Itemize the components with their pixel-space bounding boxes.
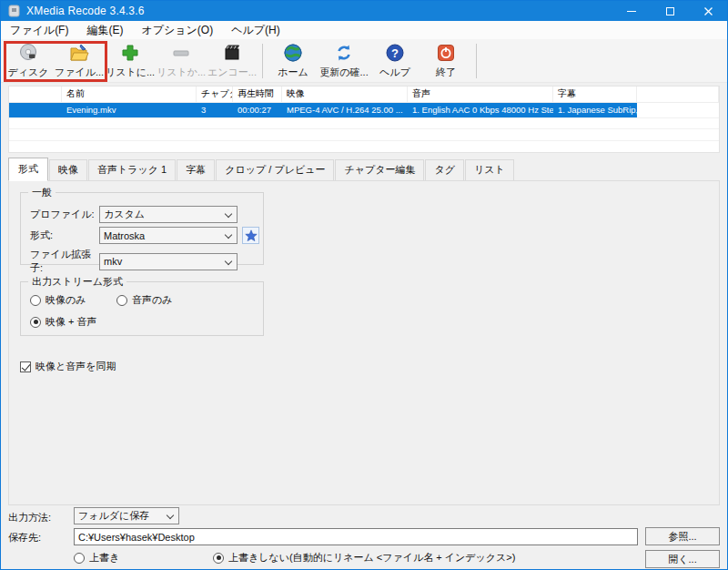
format-value: Matroska (104, 230, 145, 241)
toolbar-add-to-list-button[interactable]: リストに... (105, 41, 156, 81)
toolbar-remove-from-list-button[interactable]: リストか... (156, 41, 207, 81)
tab-subtitle[interactable]: 字幕 (177, 159, 215, 180)
title-bar: XMedia Recode 3.4.3.6 (1, 1, 727, 21)
file-list: 名前 チャプター 再生時間 映像 音声 字幕 Evening.mkv 3 00:… (8, 86, 720, 153)
profile-select[interactable]: カスタム (99, 206, 238, 223)
output-method-select[interactable]: フォルダに保存 (74, 507, 179, 524)
app-window: XMedia Recode 3.4.3.6 ファイル(F) 編集(E) オプショ… (0, 0, 728, 570)
toolbar-separator (476, 44, 477, 78)
radio-no-overwrite[interactable]: 上書きしない(自動的にリネーム <ファイル名 + インデックス>) (213, 551, 515, 565)
menu-file[interactable]: ファイル(F) (1, 21, 77, 39)
menu-options[interactable]: オプション(O) (132, 21, 222, 39)
toolbar-exit-button[interactable]: 終了 (420, 41, 471, 81)
extension-value: mkv (104, 256, 122, 267)
toolbar-home-button[interactable]: ホーム (268, 41, 318, 81)
radio-audio-only[interactable]: 音声のみ (116, 293, 173, 307)
sync-av-checkbox[interactable]: 映像と音声を同期 (20, 360, 116, 373)
toolbar-help-button[interactable]: ? ヘルプ (369, 41, 420, 81)
column-header-name[interactable]: 名前 (62, 87, 197, 102)
menu-help[interactable]: ヘルプ(H) (222, 21, 289, 39)
column-header-chapters[interactable]: チャプター (197, 87, 233, 102)
toolbar-button-label: ホーム (278, 66, 308, 79)
tab-format[interactable]: 形式 (8, 158, 48, 181)
tab-crop-preview[interactable]: クロップ / プレビュー (216, 159, 334, 180)
window-title: XMedia Recode 3.4.3.6 (26, 5, 145, 17)
column-header-select[interactable] (9, 87, 62, 102)
file-list-header: 名前 チャプター 再生時間 映像 音声 字幕 (9, 87, 719, 103)
favorite-button[interactable] (242, 227, 259, 244)
destination-input[interactable]: C:¥Users¥hasek¥Desktop (74, 528, 638, 545)
tab-video[interactable]: 映像 (49, 159, 87, 180)
help-icon: ? (385, 42, 405, 64)
column-header-audio[interactable]: 音声 (408, 87, 553, 102)
row-name-cell: Evening.mkv (62, 103, 197, 117)
checkmark-icon (20, 361, 31, 372)
svg-text:?: ? (391, 46, 399, 59)
close-button[interactable] (689, 1, 727, 21)
menu-edit[interactable]: 編集(E) (77, 21, 132, 39)
empty-row (9, 117, 719, 129)
empty-row (9, 140, 719, 152)
destination-label: 保存先: (8, 531, 41, 545)
format-select[interactable]: Matroska (99, 227, 238, 244)
radio-overwrite-label: 上書き (89, 551, 119, 565)
row-chapters-cell: 3 (197, 103, 233, 117)
output-method-label: 出力方法: (8, 511, 51, 524)
menu-bar: ファイル(F) 編集(E) オプション(O) ヘルプ(H) (1, 21, 727, 39)
toolbar-button-label: リストに... (106, 66, 155, 79)
tab-audio-track-1[interactable]: 音声トラック 1 (88, 159, 176, 180)
add-plus-icon (120, 42, 140, 64)
close-icon (703, 6, 713, 16)
toolbar-disc-button[interactable]: ディスク (3, 41, 54, 81)
table-row[interactable]: Evening.mkv 3 00:00:27 MPEG-4 AVC / H.26… (9, 103, 719, 117)
radio-video-audio[interactable]: 映像 + 音声 (30, 315, 97, 329)
column-header-filler (637, 87, 719, 102)
open-folder-icon (68, 42, 90, 64)
toolbar-update-check-button[interactable]: 更新の確... (318, 41, 369, 81)
browse-button-label: 参照... (668, 530, 696, 544)
radio-checked-icon (30, 317, 41, 328)
output-stream-group-title: 出力ストリーム形式 (28, 275, 126, 289)
column-header-video[interactable]: 映像 (282, 87, 408, 102)
profile-label: プロファイル: (30, 208, 99, 221)
toolbar-file-button[interactable]: ファイル... (54, 41, 105, 81)
empty-row (9, 128, 719, 140)
tab-chapter-edit[interactable]: チャプター編集 (335, 159, 424, 180)
radio-no-overwrite-label: 上書きしない(自動的にリネーム <ファイル名 + インデックス>) (228, 551, 515, 565)
chevron-down-icon (225, 231, 232, 239)
row-duration-cell: 00:00:27 (233, 103, 282, 117)
radio-icon (30, 295, 41, 306)
toolbar-encode-button[interactable]: エンコー... (207, 41, 258, 81)
column-header-duration[interactable]: 再生時間 (233, 87, 282, 102)
extension-label: ファイル拡張子: (30, 248, 99, 275)
toolbar-button-label: エンコー... (207, 66, 257, 79)
maximize-button[interactable] (651, 1, 689, 21)
toolbar-button-label: ファイル... (55, 66, 104, 79)
radio-overwrite[interactable]: 上書き (74, 551, 119, 565)
power-icon (436, 42, 456, 64)
refresh-icon (334, 42, 354, 64)
browse-button[interactable]: 参照... (645, 527, 720, 545)
remove-minus-icon (171, 42, 191, 64)
radio-video-only-label: 映像のみ (46, 293, 86, 307)
tab-list[interactable]: リスト (465, 159, 514, 180)
minimize-icon (627, 11, 636, 12)
toolbar-button-label: リストか... (157, 66, 206, 79)
row-select-cell (9, 103, 62, 117)
tab-tag[interactable]: タグ (425, 159, 464, 180)
star-icon (245, 229, 258, 242)
chevron-down-icon (225, 257, 232, 264)
row-subtitle-cell: 1. Japanese SubRip, ... (553, 103, 637, 117)
row-video-cell: MPEG-4 AVC / H.264 25.00 ... (282, 103, 408, 117)
extension-select[interactable]: mkv (99, 253, 238, 270)
general-group: 一般 プロファイル: カスタム 形式: Matroska (20, 192, 264, 265)
open-button[interactable]: 開く... (645, 550, 720, 568)
app-icon (8, 5, 20, 17)
window-controls (612, 1, 727, 21)
minimize-button[interactable] (612, 1, 651, 21)
column-header-subtitle[interactable]: 字幕 (553, 87, 637, 102)
globe-icon (283, 42, 303, 64)
maximize-icon (666, 7, 674, 15)
radio-video-only[interactable]: 映像のみ (30, 293, 86, 307)
radio-icon (116, 295, 127, 306)
